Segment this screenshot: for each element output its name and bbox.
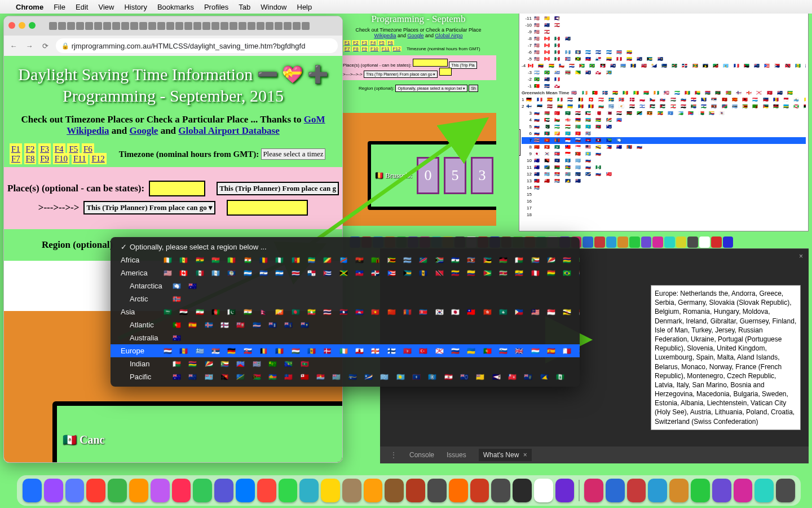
menu-edit[interactable]: Edit	[76, 3, 88, 11]
fkey-F7[interactable]: F7	[10, 153, 22, 164]
region-option-australia[interactable]: Australia🇦🇺	[111, 331, 580, 344]
region-option-antarctica[interactable]: Antarctica🇦🇶 🇦🇺	[111, 279, 580, 292]
dock-app-9[interactable]	[214, 479, 233, 502]
dock-app-12[interactable]	[279, 479, 298, 502]
menu-help[interactable]: Help	[297, 3, 312, 11]
minidock-app-23[interactable]	[617, 237, 628, 248]
region-option-africa[interactable]: Africa🇨🇮 🇸🇳 🇬🇭 🇧🇫 🇲🇱 🇳🇪 🇹🇩 🇳🇬 🇨🇲 🇬🇦 🇨🇬 🇨…	[111, 253, 580, 266]
win2-fkey-F4[interactable]: F4	[369, 40, 377, 45]
dock-app-18[interactable]	[406, 479, 425, 502]
dock-app-24[interactable]	[534, 479, 553, 502]
win2-trip-sel[interactable]: This (Trip Planner) From place can go ▾	[364, 71, 438, 78]
dock-app-14[interactable]	[321, 479, 340, 502]
link-wikipedia[interactable]: Wikipedia	[67, 125, 109, 136]
tz-row-8[interactable]: 8🇨🇳 🇭🇰 🇲🇴 🇹🇼 🇸🇬 🇲🇾 🇧🇳 🇵🇭 🇦🇺 🇲🇳 🇷🇺	[522, 144, 806, 151]
win2-link-gad[interactable]: Global Airpo	[435, 33, 463, 38]
tz-row--9[interactable]: -9🇺🇸 🇵🇫	[522, 29, 806, 36]
fkey-F12[interactable]: F12	[90, 153, 106, 164]
dock-app-13[interactable]	[299, 479, 319, 502]
tz-row-1[interactable]: 1🇩🇪 🇫🇷 🇪🇸 🇮🇹 🇳🇱 🇧🇪 🇨🇭 🇦🇹 🇸🇪 🇳🇴 🇩🇰 🇵🇱 🇨🇿 …	[522, 97, 806, 103]
places-input[interactable]	[149, 181, 205, 196]
dock-app-26[interactable]	[584, 479, 603, 502]
win2-fkey-F7[interactable]: F7	[343, 46, 351, 51]
dock-app-10[interactable]	[236, 479, 255, 502]
minidock-app-24[interactable]	[629, 237, 640, 248]
devtools-tab-close-icon[interactable]: ×	[523, 451, 527, 459]
region-option-asia[interactable]: Asia🇸🇦 🇮🇶 🇮🇷 🇦🇫 🇵🇰 🇮🇳 🇳🇵 🇧🇹 🇧🇩 🇲🇲 🇹🇭 🇱🇦 …	[111, 305, 580, 318]
region-option-atlantic[interactable]: Atlantic🇵🇹 🇪🇸 🇮🇸 🇫🇴 🇧🇲 🇨🇻 🇫🇰 🇬🇸 🇸🇭	[111, 318, 580, 331]
win2-fkey-F12[interactable]: F12	[392, 46, 402, 51]
minidock-app-29[interactable]	[687, 237, 698, 248]
tz-row-12[interactable]: 12🇳🇿 🇫🇯 🇰🇮 🇹🇻 🇳🇷 🇲🇭 🇷🇺 🇼🇫	[522, 171, 806, 178]
tz-row-16[interactable]: 16	[522, 198, 806, 205]
win2-fkey-F6[interactable]: F6	[387, 40, 394, 45]
timezone-list-popup[interactable]: +7: Thailand, Vietnam, Mongolia, Indones…	[519, 0, 809, 231]
menu-history[interactable]: History	[124, 3, 147, 11]
tz-row-9[interactable]: 9🇯🇵 🇰🇷 🇰🇵 🇮🇩 🇹🇱 🇵🇼 🇷🇺	[522, 151, 806, 157]
dock-app-4[interactable]	[108, 479, 127, 502]
minidock-app-32[interactable]	[723, 237, 734, 248]
win2-fkey-F8[interactable]: F8	[352, 46, 359, 51]
dock-app-19[interactable]	[427, 479, 447, 502]
dock-app-8[interactable]	[193, 479, 212, 502]
tz-row-10[interactable]: 10🇦🇺 🇵🇬 🇬🇺 🇲🇵 🇫🇲 🇷🇺	[522, 157, 806, 164]
tz-row--8[interactable]: -8🇺🇸 🇨🇦 🇲🇽 🇵🇳	[522, 36, 806, 42]
tab-row[interactable]	[49, 22, 310, 30]
dock-app-30[interactable]	[669, 479, 689, 502]
trip-from-select-1[interactable]: This (Trip Planner) From place can g	[217, 182, 339, 195]
minidock-app-26[interactable]	[652, 237, 663, 248]
window-minimize-icon[interactable]	[19, 22, 25, 29]
dock-app-29[interactable]	[648, 479, 667, 502]
dock-app-31[interactable]	[691, 479, 710, 502]
devtools-tab-issues[interactable]: Issues	[447, 451, 466, 459]
menu-window[interactable]: Window	[261, 3, 286, 11]
menu-tab[interactable]: Tab	[239, 3, 250, 11]
dock-app-27[interactable]	[606, 479, 625, 502]
minidock-app-25[interactable]	[641, 237, 652, 248]
fkey-F11[interactable]: F11	[72, 153, 88, 164]
menu-bookmarks[interactable]: Bookmarks	[157, 3, 194, 11]
dock-app-1[interactable]	[44, 479, 63, 502]
timezone-select[interactable]: Please select a timez	[261, 148, 325, 160]
fkey-F8[interactable]: F8	[24, 153, 37, 164]
tz-row-17[interactable]: 17	[522, 205, 806, 212]
tz-row--1[interactable]: -1🇵🇹 🇨🇻 🇬🇱	[522, 83, 806, 90]
region-option-arctic[interactable]: Arctic🇳🇴	[111, 292, 580, 305]
win2-fkey-F10[interactable]: F10	[369, 46, 379, 51]
tz-row-15[interactable]: 15	[522, 191, 806, 198]
tz-row-Greenwich Mean Time[interactable]: Greenwich Mean Time🇬🇧 🇮🇪 🇵🇹 🇮🇸 🇬🇭 🇸🇳 🇲🇱 …	[522, 90, 806, 97]
tz-row-7[interactable]: 7🇹🇭 🇻🇳 🇲🇳 🇮🇩 🇷🇺 🇰🇭 🇱🇦 🇨🇽 🇦🇶	[522, 137, 806, 144]
region-option-indian[interactable]: Indian🇲🇬 🇲🇺 🇸🇨 🇰🇲 🇷🇪 🇮🇴 🇨🇨 🇨🇽 🇲🇻	[111, 357, 580, 370]
region-option-placeholder[interactable]: ✓Optionally, please select a region belo…	[111, 240, 580, 253]
dock-app-5[interactable]	[129, 479, 148, 502]
tz-row-13[interactable]: 13🇼🇸 🇹🇴 🇰🇮 🇹🇰 🇳🇿	[522, 178, 806, 185]
win2-places-input-2[interactable]	[439, 68, 452, 76]
dock-app-25[interactable]	[555, 479, 575, 502]
win2-fkey-F11[interactable]: F11	[381, 46, 391, 51]
dock-app-0[interactable]	[23, 479, 42, 502]
region-option-pacific[interactable]: Pacific🇦🇺 🇳🇿 🇫🇯 🇵🇬 🇸🇧 🇻🇺 🇳🇨 🇼🇸 🇹🇴 🇰🇮 🇹🇻 …	[111, 370, 580, 383]
tz-row-5[interactable]: 5🇷🇺 🇵🇰 🇺🇿 🇹🇯 🇹🇲 🇰🇿 🇲🇻 🇹🇫	[522, 124, 806, 130]
mac-menubar[interactable]: Chrome File Edit View History Bookmarks …	[0, 0, 812, 14]
dock-app-6[interactable]	[151, 479, 170, 502]
minidock-app-28[interactable]	[676, 237, 687, 248]
tz-row--2[interactable]: -2🇧🇷 🇬🇸 🇫🇷	[522, 76, 806, 83]
dock-app-22[interactable]	[491, 479, 510, 502]
dock-app-33[interactable]	[734, 479, 753, 502]
reload-button[interactable]: ⟳	[40, 42, 50, 50]
menubar-app[interactable]: Chrome	[16, 3, 43, 11]
win2-fkey-F5[interactable]: F5	[378, 40, 385, 45]
dock-app-7[interactable]	[172, 479, 191, 502]
minidock-app-21[interactable]	[594, 237, 605, 248]
region-option-europe[interactable]: Europe🇳🇱 🇦🇩 🇬🇷 🇷🇸 🇩🇪 🇸🇰 🇧🇪 🇷🇴 🇭🇺 🇲🇩 🇩🇰 🇮…	[111, 344, 580, 357]
traffic-lights[interactable]	[8, 21, 39, 31]
fkey-F9[interactable]: F9	[38, 153, 51, 164]
tz-row--11[interactable]: -11🇺🇸 🇳🇺 🇦🇸	[522, 15, 806, 22]
link-global-airport-db[interactable]: Global Airport Database	[178, 125, 279, 136]
dock-app-15[interactable]	[342, 479, 361, 502]
dock-app-2[interactable]	[65, 479, 85, 502]
menu-file[interactable]: File	[54, 3, 65, 11]
window-zoom-icon[interactable]	[29, 22, 36, 29]
dock-app-11[interactable]	[257, 479, 276, 502]
region-option-america[interactable]: America🇺🇸 🇨🇦 🇲🇽 🇬🇹 🇧🇿 🇭🇳 🇸🇻 🇳🇮 🇨🇷 🇵🇦 🇨🇺 …	[111, 266, 580, 279]
